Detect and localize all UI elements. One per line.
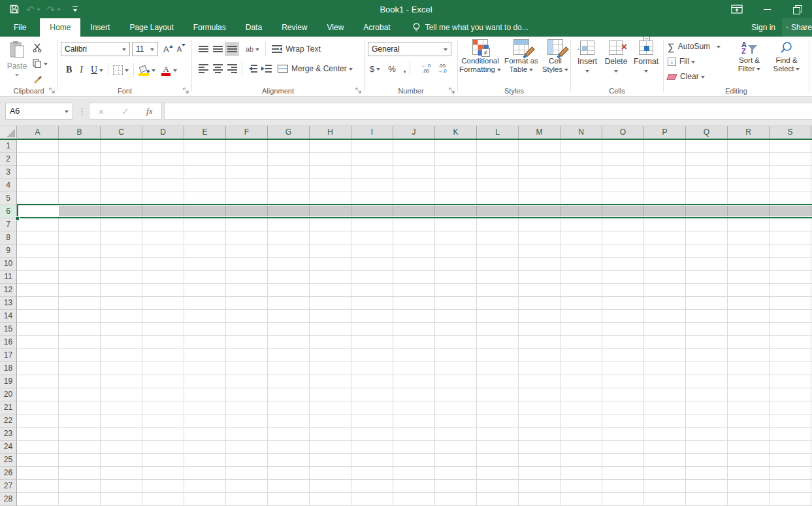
bottom-align-button[interactable] [225, 42, 239, 56]
tab-review[interactable]: Review [272, 18, 317, 37]
font-color-button[interactable]: A [161, 65, 171, 76]
column-header-Q[interactable]: Q [686, 126, 728, 139]
copy-button[interactable] [33, 58, 48, 69]
column-header-I[interactable]: I [351, 126, 393, 139]
accounting-dropdown-icon[interactable] [376, 68, 380, 73]
clipboard-dialog-launcher-icon[interactable] [49, 88, 56, 94]
row-header-13[interactable]: 13 [0, 297, 17, 310]
row-header-3[interactable]: 3 [0, 166, 17, 179]
column-header-O[interactable]: O [602, 126, 644, 139]
format-painter-button[interactable] [33, 73, 48, 85]
top-align-button[interactable] [196, 42, 210, 56]
row-header-4[interactable]: 4 [0, 179, 17, 192]
redo-dropdown-icon[interactable] [57, 8, 61, 13]
autosum-button[interactable]: ∑ AutoSum [668, 40, 721, 53]
row-header-11[interactable]: 11 [0, 271, 17, 284]
column-header-G[interactable]: G [268, 126, 310, 139]
fill-color-dropdown-icon[interactable] [152, 69, 155, 74]
column-header-S[interactable]: S [770, 126, 811, 139]
row-header-10[interactable]: 10 [0, 258, 17, 271]
cancel-button[interactable]: × [98, 106, 104, 117]
font-color-dropdown-icon[interactable] [173, 69, 177, 74]
row-header-8[interactable]: 8 [0, 231, 17, 245]
middle-align-button[interactable] [210, 42, 225, 56]
fill-button[interactable]: ↓ Fill [668, 55, 695, 68]
tab-page-layout[interactable]: Page Layout [120, 18, 183, 37]
column-header-H[interactable]: H [310, 126, 351, 139]
clear-button[interactable]: Clear [668, 70, 705, 83]
column-header-C[interactable]: C [101, 126, 142, 139]
orientation-button[interactable]: ab [246, 45, 259, 53]
tab-file[interactable]: File [0, 18, 40, 37]
minimize-icon[interactable] [752, 0, 782, 18]
font-dialog-launcher-icon[interactable] [183, 88, 189, 94]
column-header-D[interactable]: D [142, 126, 184, 139]
bold-button[interactable]: B [66, 65, 72, 75]
column-header-P[interactable]: P [644, 126, 686, 139]
row-header-5[interactable]: 5 [0, 192, 17, 205]
row-header-9[interactable]: 9 [0, 245, 17, 258]
name-box[interactable]: A6 [5, 103, 73, 120]
row-header-28[interactable]: 28 [0, 493, 17, 506]
share-button[interactable]: Share [782, 18, 812, 37]
tab-acrobat[interactable]: Acrobat [353, 18, 400, 37]
row-header-23[interactable]: 23 [0, 428, 17, 441]
column-header-J[interactable]: J [393, 126, 435, 139]
italic-button[interactable]: I [80, 65, 83, 75]
active-cell-A6[interactable] [17, 205, 59, 217]
number-dialog-launcher-icon[interactable] [449, 88, 455, 94]
format-as-table-button[interactable]: Format as Table [502, 39, 540, 74]
cut-button[interactable] [33, 42, 48, 54]
orientation-dropdown-icon[interactable] [255, 48, 259, 53]
increase-indent-button[interactable] [259, 61, 274, 76]
column-header-K[interactable]: K [435, 126, 477, 139]
underline-dropdown-icon[interactable] [99, 69, 103, 74]
restore-icon[interactable] [782, 0, 812, 18]
conditional-formatting-button[interactable]: ≠ Conditional Formatting [459, 39, 501, 74]
row-header-25[interactable]: 25 [0, 454, 17, 467]
row-header-17[interactable]: 17 [0, 349, 17, 362]
formula-bar-resize-handle[interactable]: ⋮ [78, 107, 86, 116]
row-header-16[interactable]: 16 [0, 336, 17, 349]
undo-dropdown-icon[interactable] [37, 8, 41, 13]
tell-me-box[interactable]: Tell me what you want to do... [404, 18, 536, 37]
sort-filter-button[interactable]: AZ Sort & Filter [732, 39, 767, 73]
column-header-B[interactable]: B [59, 126, 101, 139]
delete-cells-button[interactable]: × Delete [602, 41, 630, 73]
tab-formulas[interactable]: Formulas [184, 18, 236, 37]
tab-insert[interactable]: Insert [80, 18, 120, 37]
row-header-24[interactable]: 24 [0, 441, 17, 454]
column-header-N[interactable]: N [560, 126, 602, 139]
center-button[interactable] [210, 61, 225, 76]
row-header-12[interactable]: 12 [0, 284, 17, 297]
name-box-dropdown-icon[interactable] [65, 110, 69, 115]
font-size-combo[interactable]: 11 [132, 42, 158, 56]
cell-styles-button[interactable]: Cell Styles [540, 39, 570, 74]
row-header-22[interactable]: 22 [0, 414, 17, 428]
decrease-font-size-button[interactable]: A [177, 45, 182, 53]
font-name-combo[interactable]: Calibri [61, 42, 130, 56]
comma-style-button[interactable]: , [404, 64, 406, 74]
row-header-27[interactable]: 27 [0, 480, 17, 493]
tab-data[interactable]: Data [236, 18, 272, 37]
cell-grid[interactable] [17, 140, 812, 506]
underline-button[interactable]: U [91, 65, 97, 75]
fill-color-icon[interactable] [138, 65, 150, 76]
align-left-button[interactable] [196, 61, 210, 76]
copy-dropdown-icon[interactable] [44, 63, 48, 67]
column-header-R[interactable]: R [728, 126, 770, 139]
row-header-14[interactable]: 14 [0, 310, 17, 323]
enter-button[interactable]: ✓ [122, 107, 129, 116]
decrease-indent-button[interactable] [245, 61, 259, 76]
save-icon[interactable] [9, 4, 20, 14]
row-header-18[interactable]: 18 [0, 362, 17, 375]
tab-view[interactable]: View [317, 18, 354, 37]
insert-cells-button[interactable]: ← Insert [574, 41, 601, 73]
alignment-dialog-launcher-icon[interactable] [355, 88, 362, 94]
row-header-2[interactable]: 2 [0, 153, 17, 166]
customize-qat-icon[interactable] [73, 6, 78, 12]
increase-font-size-button[interactable]: A [163, 44, 169, 54]
row-header-15[interactable]: 15 [0, 323, 17, 336]
column-header-A[interactable]: A [17, 126, 59, 139]
percent-style-button[interactable]: % [388, 64, 396, 74]
